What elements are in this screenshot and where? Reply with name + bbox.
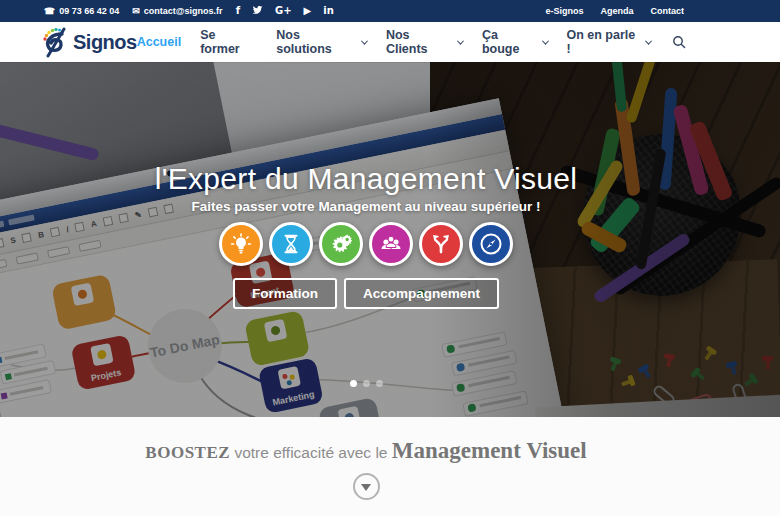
- menu-item-accueil[interactable]: Accueil: [137, 35, 181, 49]
- boost-text: BOOSTEZ votre efficacité avec le Managem…: [0, 417, 756, 464]
- menu-item-nos-clients[interactable]: Nos Clients: [386, 28, 463, 56]
- top-bar-links: e-Signos Agenda Contact: [545, 6, 684, 16]
- social-links: f G+ ▶ in: [236, 6, 334, 17]
- down-arrow-icon: [361, 484, 371, 491]
- email-address: contact@signos.fr: [144, 6, 223, 16]
- chevron-down-icon: [541, 37, 548, 44]
- split-arrows-icon: [419, 222, 463, 266]
- menu-item-nos-solutions[interactable]: Nos solutions: [276, 28, 367, 56]
- carousel-dot-2[interactable]: [363, 380, 370, 387]
- phone-icon: ☎: [44, 7, 55, 16]
- twitter-icon[interactable]: [252, 6, 263, 17]
- boost-middle: votre efficacité avec le: [230, 444, 392, 461]
- phone-number: 09 73 66 42 04: [59, 6, 119, 16]
- menu-item-on-en-parle[interactable]: On en parle !: [566, 28, 651, 56]
- phone-link[interactable]: ☎ 09 73 66 42 04: [44, 6, 119, 16]
- team-icon: [369, 222, 413, 266]
- hero-content: l'Expert du Management Visuel Faites pas…: [0, 62, 756, 417]
- boost-prefix: BOOSTEZ: [145, 443, 230, 462]
- brand-name: Signos: [73, 31, 137, 54]
- carousel-dot-1[interactable]: [350, 380, 357, 387]
- hero-buttons: Formation Accompagnement: [0, 278, 756, 309]
- link-contact[interactable]: Contact: [651, 6, 685, 16]
- accompagnement-button[interactable]: Accompagnement: [344, 278, 499, 309]
- google-plus-icon[interactable]: G+: [275, 6, 292, 16]
- link-agenda[interactable]: Agenda: [600, 6, 633, 16]
- compass-icon: [469, 222, 513, 266]
- chevron-down-icon: [361, 37, 368, 44]
- carousel-dot-3[interactable]: [376, 380, 383, 387]
- link-e-signos[interactable]: e-Signos: [545, 6, 583, 16]
- facebook-icon[interactable]: f: [236, 6, 240, 16]
- youtube-icon[interactable]: ▶: [304, 6, 312, 16]
- search-icon[interactable]: [672, 35, 686, 49]
- main-menu: Accueil Se former Nos solutions Nos Clie…: [137, 28, 686, 56]
- hero-title: l'Expert du Management Visuel: [0, 162, 756, 196]
- carousel-dots: [0, 380, 756, 387]
- brand-logo[interactable]: Signos: [38, 26, 137, 58]
- email-link[interactable]: ✉ contact@signos.fr: [132, 6, 222, 16]
- menu-item-ca-bouge[interactable]: Ça bouge: [482, 28, 548, 56]
- formation-button[interactable]: Formation: [233, 278, 337, 309]
- signos-logo-icon: [38, 26, 70, 58]
- page: ☎ 09 73 66 42 04 ✉ contact@signos.fr f G…: [0, 0, 780, 516]
- hero-icon-row: [0, 222, 756, 266]
- boost-section: BOOSTEZ votre efficacité avec le Managem…: [0, 417, 780, 516]
- chevron-down-icon: [645, 37, 652, 44]
- chevron-down-icon: [457, 37, 464, 44]
- top-bar-contact: ☎ 09 73 66 42 04 ✉ contact@signos.fr f G…: [44, 6, 334, 17]
- hero-section: S B / A ✎: [0, 62, 780, 417]
- hourglass-icon: [269, 222, 313, 266]
- scroll-down-wrap: [0, 473, 756, 500]
- boost-strong: Management Visuel: [392, 438, 587, 463]
- menu-item-se-former[interactable]: Se former: [200, 28, 257, 56]
- main-nav: Signos Accueil Se former Nos solutions N…: [0, 22, 780, 62]
- gears-icon: [319, 222, 363, 266]
- scroll-down-button[interactable]: [353, 473, 380, 500]
- envelope-icon: ✉: [132, 7, 140, 16]
- hero-subtitle: Faites passer votre Management au niveau…: [0, 199, 756, 214]
- lightbulb-icon: [219, 222, 263, 266]
- top-bar: ☎ 09 73 66 42 04 ✉ contact@signos.fr f G…: [0, 0, 780, 22]
- linkedin-icon[interactable]: in: [323, 6, 334, 16]
